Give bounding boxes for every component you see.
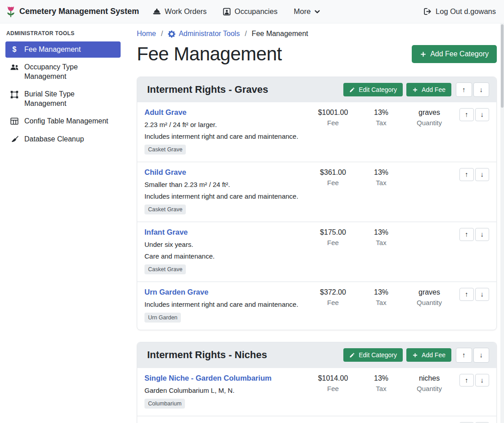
category-header: Interment Rights - Niches Edit Category …: [137, 342, 496, 368]
fee-name-link[interactable]: Child Grave: [144, 168, 186, 176]
vertical-scrollbar[interactable]: [500, 23, 504, 423]
category-card-niches: Interment Rights - Niches Edit Category …: [137, 342, 497, 423]
fee-amount-label: Fee: [308, 385, 358, 392]
arrow-down-icon: ↓: [480, 86, 483, 93]
move-fee-down-button[interactable]: ↓: [475, 168, 490, 181]
fee-reorder-controls: ↑ ↓: [454, 228, 489, 241]
fee-amount-label: Fee: [308, 239, 358, 246]
scrollbar-thumb[interactable]: [501, 24, 504, 108]
fee-amount-label: Fee: [308, 119, 358, 127]
fee-info: Urn Garden Grave Includes interment righ…: [144, 288, 308, 323]
fee-name-link[interactable]: Adult Grave: [144, 108, 187, 116]
fee-type-badge: Casket Grave: [144, 264, 186, 274]
fee-name-link[interactable]: Infant Grave: [144, 228, 188, 236]
sidebar-item-label: Database Cleanup: [24, 135, 84, 144]
add-fee-button[interactable]: Add Fee: [406, 83, 451, 96]
fee-row: Companion Niche - Garden Columbarium Gar…: [137, 416, 496, 423]
page-title: Fee Management: [137, 43, 282, 65]
arrow-up-icon: ↑: [465, 110, 468, 118]
fee-row: Urn Garden Grave Includes interment righ…: [137, 282, 496, 330]
fee-quantity: [405, 228, 454, 237]
sidebar-item-database-cleanup[interactable]: Database Cleanup: [5, 131, 121, 147]
fee-amount: $1001.00: [308, 109, 358, 117]
logout-icon: [423, 8, 432, 15]
fee-description-line: Includes interment right and care and ma…: [144, 300, 308, 308]
category-reorder-controls: ↑ ↓: [456, 82, 489, 97]
breadcrumb-home[interactable]: Home: [137, 30, 156, 38]
fee-amount: $175.00: [308, 228, 358, 237]
sidebar-item-burial-site-type[interactable]: Burial Site Type Management: [5, 86, 121, 112]
sidebar-item-occupancy-type[interactable]: Occupancy Type Management: [5, 59, 121, 85]
fee-quantity-cell: graves Quantity: [405, 288, 454, 306]
fee-description-line: Smaller than 2.23 m² / 24 ft².: [144, 181, 308, 188]
breadcrumb-current: Fee Management: [252, 30, 308, 38]
move-fee-down-button[interactable]: ↓: [475, 374, 490, 387]
fee-quantity-cell: graves Quantity: [405, 108, 454, 127]
fee-amount-cell: $372.00 Fee: [308, 288, 358, 306]
breadcrumb-admin-tools[interactable]: Administrator Tools: [168, 30, 240, 38]
sidebar-item-config-table[interactable]: Config Table Management: [5, 113, 121, 129]
fee-type-badge: Casket Grave: [144, 205, 186, 214]
category-actions: Edit Category Add Fee ↑ ↓: [343, 348, 489, 362]
add-fee-category-button[interactable]: Add Fee Category: [412, 45, 497, 63]
plus-icon: [420, 51, 427, 58]
fee-name-link[interactable]: Single Niche - Garden Columbarium: [144, 374, 271, 382]
move-fee-down-button[interactable]: ↓: [475, 288, 490, 300]
edit-category-button[interactable]: Edit Category: [343, 348, 403, 362]
move-fee-up-button[interactable]: ↑: [459, 168, 474, 181]
move-fee-down-button[interactable]: ↓: [475, 108, 490, 121]
pencil-icon: [349, 352, 355, 358]
arrow-up-icon: ↑: [465, 376, 468, 384]
fee-type-badge: Urn Garden: [144, 313, 181, 323]
move-category-up-button[interactable]: ↑: [456, 348, 472, 362]
fee-quantity-label: Quantity: [405, 299, 454, 306]
broom-icon: [10, 135, 19, 143]
person-frame-icon: [223, 8, 231, 16]
move-fee-up-button[interactable]: ↑: [459, 374, 474, 387]
arrow-down-icon: ↓: [481, 376, 484, 384]
logout-link[interactable]: Log Out d.gowans: [423, 7, 496, 16]
nav-more-label: More: [294, 7, 311, 16]
fee-description-line: Care and maintenance.: [144, 252, 308, 260]
fee-amount-cell: $175.00 Fee: [308, 228, 358, 246]
app-brand[interactable]: Cemetery Management System: [6, 5, 139, 18]
category-actions: Edit Category Add Fee ↑ ↓: [343, 82, 489, 97]
edit-category-label: Edit Category: [359, 86, 397, 93]
fee-reorder-controls: ↑ ↓: [454, 108, 489, 121]
fee-tax-label: Tax: [358, 239, 405, 246]
breadcrumb-separator: /: [161, 30, 163, 38]
category-header: Interment Rights - Graves Edit Category …: [137, 77, 496, 102]
sidebar-item-label: Occupancy Type Management: [24, 63, 116, 81]
nav-more[interactable]: More: [294, 7, 321, 16]
fee-amount-cell: $1014.00 Fee: [308, 374, 358, 392]
edit-category-button[interactable]: Edit Category: [343, 83, 403, 96]
add-fee-label: Add Fee: [422, 86, 446, 93]
fee-info: Adult Grave 2.23 m² / 24 ft² or larger. …: [144, 108, 308, 155]
move-category-down-button[interactable]: ↓: [473, 348, 490, 362]
nav-occupancies[interactable]: Occupancies: [223, 7, 277, 16]
fee-amount-label: Fee: [308, 299, 358, 306]
fee-name-link[interactable]: Urn Garden Grave: [144, 288, 208, 296]
move-category-up-button[interactable]: ↑: [456, 82, 472, 97]
add-fee-button[interactable]: Add Fee: [406, 348, 451, 362]
hard-hat-icon: [153, 8, 161, 15]
fee-row: Single Niche - Garden Columbarium Garden…: [137, 368, 496, 416]
nav-work-orders[interactable]: Work Orders: [153, 7, 207, 16]
arrow-up-icon: ↑: [465, 170, 468, 178]
fee-amount: $1014.00: [308, 374, 358, 383]
fee-quantity-label: Quantity: [405, 119, 454, 127]
move-fee-up-button[interactable]: ↑: [459, 228, 474, 241]
chevron-down-icon: [314, 9, 320, 15]
move-fee-up-button[interactable]: ↑: [459, 108, 474, 121]
app-title: Cemetery Management System: [19, 7, 139, 16]
category-title: Interment Rights - Niches: [144, 349, 343, 361]
fee-row: Child Grave Smaller than 2.23 m² / 24 ft…: [137, 162, 496, 222]
add-fee-label: Add Fee: [422, 351, 446, 359]
sidebar-item-fee-management[interactable]: $ Fee Management: [5, 41, 121, 58]
fee-tax-cell: 13% Tax: [358, 374, 405, 392]
move-category-down-button[interactable]: ↓: [473, 82, 490, 97]
arrow-up-icon: ↑: [462, 86, 466, 93]
move-fee-down-button[interactable]: ↓: [475, 228, 490, 241]
category-reorder-controls: ↑ ↓: [456, 348, 489, 362]
move-fee-up-button[interactable]: ↑: [459, 288, 474, 300]
